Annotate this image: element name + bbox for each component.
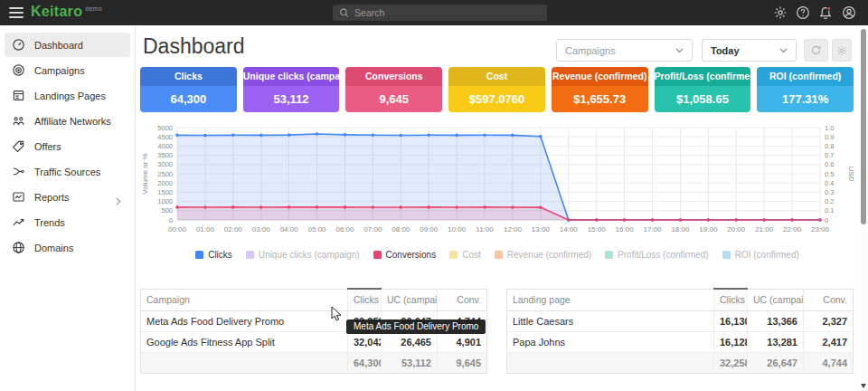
stat-card-label: Cost xyxy=(448,67,545,86)
svg-text:500: 500 xyxy=(161,206,173,215)
help-icon[interactable] xyxy=(796,5,810,20)
sidebar-item-label: Trends xyxy=(34,217,65,228)
menu-toggle-icon[interactable] xyxy=(9,7,24,18)
sidebar-item-reports[interactable]: Reports xyxy=(5,185,130,209)
legend-item[interactable]: Revenue (confirmed) xyxy=(495,250,591,260)
dashboard-settings-button[interactable] xyxy=(832,39,852,62)
reports-icon xyxy=(12,190,25,204)
legend-item[interactable]: Conversions xyxy=(373,250,437,260)
legend-label: ROI (confirmed) xyxy=(735,250,799,260)
legend-item[interactable]: Unique clicks (campaign) xyxy=(246,250,360,260)
stat-card-label: ROI (confirmed) xyxy=(757,67,854,86)
sidebar-item-landings-pages[interactable]: Landings Pages xyxy=(5,83,130,108)
legend-label: Unique clicks (campaign) xyxy=(259,250,360,260)
stat-card-unique-clicks: Unique clicks (campaign)53,112 xyxy=(243,67,340,112)
legend-swatch xyxy=(449,251,458,259)
svg-text:0.6: 0.6 xyxy=(825,160,834,168)
svg-text:12:00: 12:00 xyxy=(504,225,523,234)
affiliate-networks-icon xyxy=(12,114,25,128)
svg-text:17:00: 17:00 xyxy=(644,225,663,234)
sidebar-item-offers[interactable]: Offers xyxy=(5,134,130,158)
scrollbar-thumb[interactable] xyxy=(861,29,866,224)
svg-text:2000: 2000 xyxy=(157,179,173,187)
column-header-uc-campaign-[interactable]: UC (campaign) xyxy=(748,289,804,310)
svg-text:4000: 4000 xyxy=(157,142,173,150)
sidebar-item-domains[interactable]: Domains xyxy=(5,235,130,260)
date-range-select[interactable]: Today xyxy=(702,39,797,62)
legend-label: Conversions xyxy=(386,250,437,260)
sidebar-item-dashboard[interactable]: Dashboard xyxy=(5,33,130,57)
legend-item[interactable]: Clicks xyxy=(195,250,232,260)
totals-cell: 32,258 xyxy=(714,352,748,373)
traffic-sources-icon xyxy=(12,165,25,178)
scrollbar-down-arrow[interactable] xyxy=(861,384,866,388)
search-input[interactable] xyxy=(354,7,541,18)
table-totals-row: 64,30053,1129,645 xyxy=(141,352,487,373)
svg-text:04:00: 04:00 xyxy=(280,225,299,234)
sidebar-item-campaigns[interactable]: Campaigns xyxy=(5,58,130,82)
column-header-conv-[interactable]: Conv. xyxy=(804,289,854,310)
table-row[interactable]: Little Caesars16,13013,3662,327 xyxy=(507,310,854,331)
svg-text:16:00: 16:00 xyxy=(616,225,635,234)
totals-cell: 9,645 xyxy=(438,352,487,373)
row-value-cell: 13,366 xyxy=(748,310,804,331)
row-name-cell[interactable]: Little Caesars xyxy=(507,310,714,331)
sidebar-item-traffic-sources[interactable]: Traffic Sources xyxy=(5,159,130,184)
stat-card-conversions: Conversions9,645 xyxy=(345,67,442,112)
settings-gear-icon[interactable] xyxy=(773,5,788,20)
svg-text:03:00: 03:00 xyxy=(252,225,271,234)
totals-cell xyxy=(507,352,714,373)
stat-card-label: Conversions xyxy=(345,67,442,86)
svg-text:0: 0 xyxy=(825,216,828,224)
svg-text:11:00: 11:00 xyxy=(476,225,494,234)
row-value-cell: 16,130 xyxy=(714,310,748,331)
svg-text:02:00: 02:00 xyxy=(224,225,243,234)
stat-card-clicks: Clicks64,300 xyxy=(140,67,237,112)
sidebar-item-label: Reports xyxy=(34,192,70,203)
sidebar-item-label: Domains xyxy=(34,243,73,253)
global-search[interactable] xyxy=(333,5,547,21)
column-header-conv-[interactable]: Conv. xyxy=(438,289,487,310)
table-header-row: CampaignClicksUC (campaign)Conv. xyxy=(141,289,487,310)
keitaro-logo[interactable]: Keitarodemo xyxy=(31,4,102,20)
stat-card-value: 9,645 xyxy=(345,86,442,112)
row-value-cell: 32,042 xyxy=(348,331,382,352)
date-range-value: Today xyxy=(711,45,740,56)
column-header-uc-campaign-[interactable]: UC (campaign) xyxy=(382,289,438,310)
landings-icon xyxy=(12,89,25,102)
table-row[interactable]: Google Ads Fitness App Split32,04226,465… xyxy=(141,331,487,352)
stat-cards: Clicks64,300 Unique clicks (campaign)53,… xyxy=(140,67,854,112)
row-name-cell[interactable]: Papa Johns xyxy=(507,331,714,352)
column-header-landing-page[interactable]: Landing page xyxy=(507,289,714,310)
svg-text:18:00: 18:00 xyxy=(671,225,690,234)
chart-legend: ClicksUnique clicks (campaign)Conversion… xyxy=(136,250,859,260)
stat-card-value: $1,058.65 xyxy=(655,86,751,112)
sidebar-item-trends[interactable]: Trends xyxy=(5,210,130,234)
legend-label: Clicks xyxy=(208,250,232,260)
stat-card-value: 53,112 xyxy=(243,86,340,112)
notifications-bell-icon[interactable] xyxy=(818,5,833,20)
account-icon[interactable] xyxy=(842,5,856,20)
campaigns-filter-select[interactable]: Campaigns xyxy=(556,39,693,62)
table-totals-row: 32,25826,6474,744 xyxy=(507,352,854,373)
row-name-cell[interactable]: Meta Ads Food Delivery Promo xyxy=(141,310,348,331)
table-row[interactable]: Papa Johns16,12813,2812,417 xyxy=(507,331,854,352)
topbar: Keitarodemo xyxy=(0,0,868,25)
column-header-clicks[interactable]: Clicks xyxy=(714,289,748,310)
legend-item[interactable]: Cost xyxy=(449,250,481,260)
refresh-button[interactable] xyxy=(804,39,828,62)
legend-item[interactable]: Profit/Loss (confirmed) xyxy=(605,250,709,260)
svg-text:1.0: 1.0 xyxy=(825,124,834,132)
svg-text:0: 0 xyxy=(169,216,173,224)
svg-text:13:00: 13:00 xyxy=(532,225,551,234)
row-name-cell[interactable]: Google Ads Fitness App Split xyxy=(141,331,348,352)
svg-text:0.3: 0.3 xyxy=(825,188,834,196)
column-header-campaign[interactable]: Campaign xyxy=(141,289,348,310)
row-value-cell: 4,901 xyxy=(438,331,487,352)
column-header-clicks[interactable]: Clicks xyxy=(348,289,382,310)
svg-text:10:00: 10:00 xyxy=(448,225,467,234)
legend-item[interactable]: ROI (confirmed) xyxy=(722,250,799,260)
sidebar-item-affiliate-networks[interactable]: Affiliate Networks xyxy=(5,109,130,133)
legend-swatch xyxy=(246,251,254,259)
stat-card-value: $1,655.73 xyxy=(552,86,648,112)
